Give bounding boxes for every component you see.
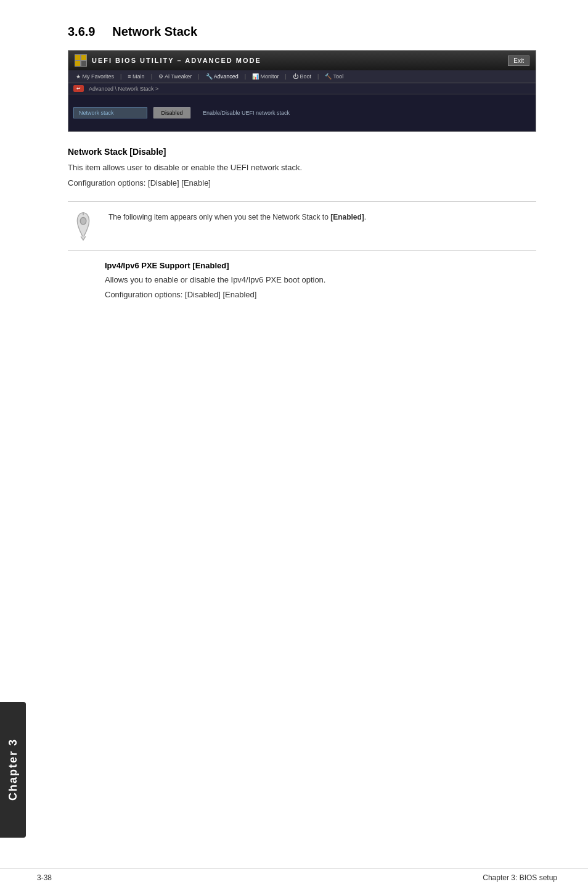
pencil-icon (71, 210, 96, 241)
bios-screenshot: UEFI BIOS UTILITY – ADVANCED MODE Exit ★… (68, 50, 536, 132)
pxe-desc2: Configuration options: [Disabled] [Enabl… (105, 289, 536, 302)
bios-item-row: Network stack Disabled Enable/Disable UE… (73, 107, 531, 118)
bios-back-button[interactable]: ↩ (73, 85, 84, 92)
bios-item-description: Enable/Disable UEFI network stack (203, 110, 290, 116)
bios-nav-sep-2: | (151, 73, 152, 80)
svg-rect-3 (81, 61, 86, 66)
note-text-before: The following item appears only when you… (108, 213, 330, 221)
bios-item-value[interactable]: Disabled (153, 107, 190, 118)
bios-nav-boot[interactable]: ⏻ Boot (290, 73, 314, 80)
bios-title-left: UEFI BIOS UTILITY – ADVANCED MODE (75, 54, 261, 67)
bios-nav-sep-3: | (198, 73, 199, 80)
main-content: 3.6.9 Network Stack UEFI BIOS UTILITY – … (37, 0, 588, 329)
bios-nav-tweaker[interactable]: ⚙ Ai Tweaker (156, 73, 194, 80)
bios-breadcrumb: ↩ Advanced \ Network Stack > (68, 83, 536, 94)
bios-item-label[interactable]: Network stack (73, 107, 147, 118)
bios-nav-advanced[interactable]: 🔧 Advanced (203, 73, 241, 80)
svg-rect-1 (81, 55, 86, 60)
note-icon (68, 209, 99, 243)
network-stack-title: Network Stack [Disable] (68, 147, 536, 157)
note-box: The following item appears only when you… (68, 201, 536, 251)
pxe-title: Ipv4/Ipv6 PXE Support [Enabled] (105, 261, 536, 270)
bios-logo-icon (75, 54, 87, 67)
bios-nav-sep-6: | (317, 73, 319, 80)
chapter-tab: Chapter 3 (0, 702, 26, 838)
chapter-tab-text: Chapter 3 (7, 738, 20, 801)
bios-content-area: Network stack Disabled Enable/Disable UE… (68, 94, 536, 131)
bios-nav-main[interactable]: ≡ Main (125, 73, 147, 80)
content-section: Network Stack [Disable] This item allows… (68, 147, 536, 302)
bios-navbar: ★ My Favorites | ≡ Main | ⚙ Ai Tweaker |… (68, 70, 536, 83)
note-text: The following item appears only when you… (108, 209, 366, 223)
bios-nav-favorites[interactable]: ★ My Favorites (73, 73, 116, 80)
network-stack-desc1: This item allows user to disable or enab… (68, 162, 536, 175)
pxe-section: Ipv4/Ipv6 PXE Support [Enabled] Allows y… (105, 261, 536, 302)
bios-titlebar: UEFI BIOS UTILITY – ADVANCED MODE Exit (68, 51, 536, 70)
svg-rect-0 (75, 55, 80, 60)
footer-page-number: 3-38 (37, 873, 52, 882)
bios-exit-button[interactable]: Exit (508, 56, 529, 66)
bios-nav-tool[interactable]: 🔨 Tool (322, 73, 346, 80)
section-number: 3.6.9 (68, 25, 95, 38)
bios-title-text: UEFI BIOS UTILITY – ADVANCED MODE (92, 57, 261, 64)
svg-rect-2 (75, 61, 80, 66)
note-text-after: . (364, 213, 366, 221)
bios-breadcrumb-text: Advanced \ Network Stack > (89, 86, 158, 92)
bios-nav-monitor[interactable]: 📊 Monitor (250, 73, 282, 80)
bios-nav-sep-1: | (120, 73, 121, 80)
footer-chapter-title: Chapter 3: BIOS setup (483, 873, 557, 882)
pxe-desc1: Allows you to enable or disable the Ipv4… (105, 274, 536, 287)
note-text-bold: [Enabled] (330, 213, 364, 221)
network-stack-desc2: Configuration options: [Disable] [Enable… (68, 177, 536, 190)
bios-nav-sep-5: | (285, 73, 287, 80)
section-heading: 3.6.9 Network Stack (68, 25, 557, 39)
bios-nav-sep-4: | (245, 73, 246, 80)
section-title: Network Stack (112, 25, 197, 38)
svg-point-4 (80, 218, 86, 225)
page-footer: 3-38 Chapter 3: BIOS setup (0, 868, 588, 887)
